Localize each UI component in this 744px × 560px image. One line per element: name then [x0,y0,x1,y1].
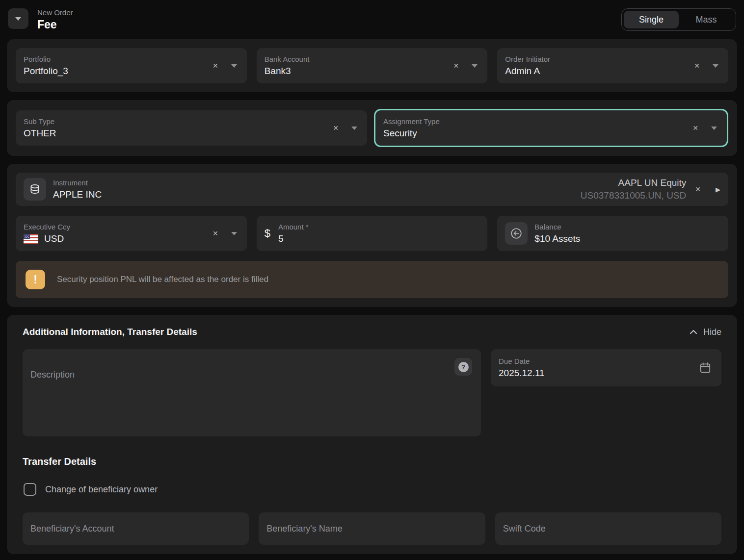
chevron-down-icon [15,17,21,21]
order-initiator-label: Order Initiator [505,55,694,63]
sub-type-value: OTHER [24,128,333,139]
coins-icon [24,178,46,201]
beneficiary-name-input[interactable] [259,512,485,545]
clear-icon[interactable]: ✕ [213,229,218,237]
due-date-label: Due Date [499,357,699,365]
chevron-down-icon[interactable] [351,127,357,130]
amount-input[interactable] [278,233,479,244]
hide-label: Hide [703,327,721,337]
chevron-up-icon [690,330,697,334]
panel-type-selection: Sub Type OTHER ✕ Assignment Type Securit… [7,100,737,156]
instrument-identifier: US0378331005.UN, USD [581,190,686,201]
transfer-details-heading: Transfer Details [23,456,721,467]
panel-instrument: Instrument APPLE INC AAPL UN Equity US03… [7,164,737,307]
beneficiary-account-input[interactable] [23,512,249,545]
sub-type-select[interactable]: Sub Type OTHER ✕ [16,110,367,146]
assignment-type-select[interactable]: Assignment Type Security ✕ [374,109,728,147]
toggle-mass[interactable]: Mass [679,11,734,28]
pnl-warning-banner: ! Security position PNL will be affected… [16,261,728,298]
portfolio-value: Portfolio_3 [24,66,213,76]
change-of-beneficiary-row[interactable]: Change of beneficiary owner [24,483,721,496]
dollar-icon: $ [265,227,270,240]
bank-account-label: Bank Account [265,55,453,63]
portfolio-label: Portfolio [24,55,213,63]
chevron-down-icon[interactable] [231,64,237,68]
bank-account-select[interactable]: Bank Account Bank3 ✕ [257,48,488,83]
order-mode-toggle: Single Mass [621,8,736,31]
required-marker: * [306,223,309,231]
instrument-select[interactable]: Instrument APPLE INC AAPL UN Equity US03… [16,173,728,206]
chevron-down-icon[interactable] [713,64,718,68]
portfolio-select[interactable]: Portfolio Portfolio_3 ✕ [16,48,247,83]
toggle-single[interactable]: Single [624,11,679,28]
hide-section-button[interactable]: Hide [690,327,721,337]
clear-icon[interactable]: ✕ [694,62,700,70]
order-subtitle: New Order [37,8,73,17]
executive-ccy-value: USD [44,233,64,244]
instrument-ticker: AAPL UN Equity [581,178,686,188]
us-flag-icon [24,234,38,244]
warning-icon: ! [26,270,45,289]
panel-additional-information: Additional Information, Transfer Details… [7,315,737,554]
change-of-beneficiary-label: Change of beneficiary owner [45,484,158,495]
assignment-type-value: Security [383,128,692,139]
bank-account-value: Bank3 [265,66,453,76]
calendar-icon[interactable] [699,361,712,374]
balance-field: Balance $10 Assets [497,216,728,251]
clear-icon[interactable]: ✕ [333,124,339,132]
collapse-order-button[interactable] [8,8,28,29]
panel-account-selection: Portfolio Portfolio_3 ✕ Bank Account Ban… [7,39,737,92]
clear-icon[interactable]: ✕ [453,62,459,70]
executive-ccy-select[interactable]: Executive Ccy [16,216,247,251]
clear-icon[interactable]: ✕ [692,124,698,132]
sub-type-label: Sub Type [24,117,333,126]
amount-field[interactable]: $ Amount * [257,216,488,251]
order-initiator-value: Admin A [505,66,694,76]
change-of-beneficiary-checkbox[interactable] [24,483,36,496]
assignment-type-label: Assignment Type [383,117,692,126]
page-title: Fee [37,18,73,31]
swift-code-input[interactable] [495,512,721,545]
due-date-value: 2025.12.11 [499,368,699,379]
clear-icon[interactable]: ✕ [213,62,218,70]
warning-message: Security position PNL will be affected a… [57,275,268,284]
header: New Order Fee Single Mass [0,0,744,39]
question-mark-icon: ? [458,362,469,372]
due-date-field[interactable]: Due Date 2025.12.11 [491,349,721,386]
arrow-right-icon[interactable]: ▶ [716,186,720,193]
chevron-down-icon[interactable] [711,127,717,130]
clear-icon[interactable]: ✕ [695,185,701,193]
chevron-down-icon[interactable] [231,232,237,235]
order-initiator-select[interactable]: Order Initiator Admin A ✕ [497,48,728,83]
help-button[interactable]: ? [454,358,472,376]
instrument-label: Instrument [53,178,581,187]
executive-ccy-label: Executive Ccy [24,223,213,231]
arrow-left-circle-icon[interactable] [505,222,528,245]
description-input[interactable] [23,349,481,436]
chevron-down-icon[interactable] [472,64,478,68]
balance-label: Balance [534,223,580,231]
instrument-value: APPLE INC [53,189,581,200]
additional-info-heading: Additional Information, Transfer Details [23,327,197,337]
amount-label: Amount * [278,223,479,231]
title-block: New Order Fee [37,7,73,31]
description-box: ? [23,349,481,438]
balance-value: $10 Assets [534,233,580,244]
